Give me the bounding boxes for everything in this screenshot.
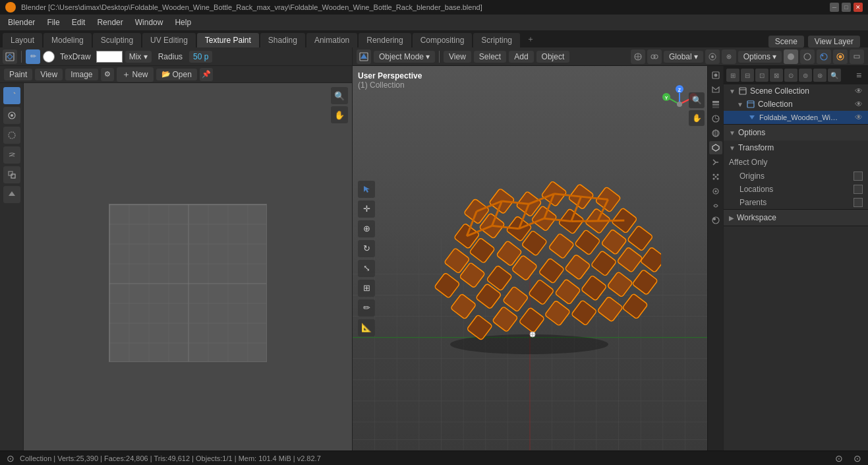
tab-layout[interactable]: Layout <box>3 33 42 47</box>
object-menu-btn[interactable]: Object <box>536 51 570 63</box>
rotate-tool-icon[interactable]: ↻ <box>358 240 375 257</box>
editor-mode-icon[interactable] <box>3 49 17 64</box>
constraints-props-icon[interactable] <box>709 199 722 212</box>
menu-edit[interactable]: Edit <box>67 16 91 28</box>
tab-shading[interactable]: Shading <box>260 33 305 47</box>
collection-eye-icon[interactable]: 👁 <box>855 100 863 109</box>
pin-icon[interactable]: 📌 <box>200 68 213 81</box>
props-icon-4[interactable]: ⊠ <box>770 69 783 82</box>
tab-rendering[interactable]: Rendering <box>359 33 411 47</box>
material-props-icon[interactable] <box>709 214 722 227</box>
soften-tool[interactable] <box>3 127 20 144</box>
overlay-icon[interactable] <box>647 49 662 64</box>
material-display-icon[interactable] <box>817 49 831 64</box>
foreground-color[interactable] <box>96 51 123 63</box>
rendered-icon[interactable] <box>833 49 848 64</box>
cursor-tool-icon[interactable]: ✛ <box>358 201 375 218</box>
menu-blender[interactable]: Blender <box>3 16 40 28</box>
fill-tool[interactable] <box>3 107 20 124</box>
locations-checkbox[interactable] <box>854 185 863 194</box>
wireframe-icon[interactable] <box>800 49 815 64</box>
menu-file[interactable]: File <box>42 16 65 28</box>
transform-header[interactable]: ▼ Transform <box>724 140 868 155</box>
props-icon-3[interactable]: ⊡ <box>755 69 768 82</box>
tab-sculpting[interactable]: Sculpting <box>93 33 141 47</box>
scene-props-icon[interactable] <box>709 112 722 125</box>
new-button[interactable]: ＋ New <box>117 67 154 82</box>
tab-texture-paint[interactable]: Texture Paint <box>197 33 259 47</box>
solid-display-icon[interactable] <box>784 49 798 64</box>
particles-props-icon[interactable] <box>709 170 722 183</box>
pan-icon[interactable]: ✋ <box>689 110 705 126</box>
measure-icon[interactable]: 📐 <box>358 319 375 336</box>
view-menu-btn[interactable]: View <box>444 51 471 63</box>
select-menu-btn[interactable]: Select <box>474 51 506 63</box>
select-tool-icon[interactable] <box>358 181 375 198</box>
statusbar-left-icon[interactable]: ⊙ <box>7 453 14 464</box>
scene-collection-item[interactable]: ▼ Scene Collection 👁 <box>724 84 868 98</box>
gizmo-icon[interactable] <box>631 49 645 64</box>
smear-tool[interactable] <box>3 146 20 164</box>
physics-props-icon[interactable] <box>709 185 722 198</box>
close-button[interactable]: ✕ <box>854 3 863 12</box>
maximize-button[interactable]: □ <box>842 3 851 12</box>
draw-tool[interactable] <box>3 87 20 104</box>
props-icon-1[interactable]: ⊞ <box>726 69 739 82</box>
uv-zoom-icon[interactable]: 🔍 <box>331 87 348 104</box>
options-section-header[interactable]: ▼ Options <box>724 125 868 140</box>
scene-eye-icon[interactable]: 👁 <box>855 86 863 96</box>
scale-tool-icon[interactable]: ⤡ <box>358 260 375 277</box>
object-eye-icon[interactable]: 👁 <box>855 113 863 122</box>
output-props-icon[interactable] <box>709 83 722 96</box>
world-props-icon[interactable] <box>709 127 722 140</box>
workspace-header[interactable]: ▶ Workspace <box>724 210 868 226</box>
radius-value[interactable]: 50 p <box>189 51 212 63</box>
collection-item[interactable]: ▼ Collection 👁 <box>724 98 868 111</box>
image-settings-icon[interactable]: ⚙ <box>101 68 114 81</box>
add-workspace-button[interactable]: ＋ <box>521 31 540 47</box>
annotate-icon[interactable]: ✏ <box>358 299 375 317</box>
props-icon-2[interactable]: ⊟ <box>741 69 754 82</box>
add-menu-btn[interactable]: Add <box>509 51 533 63</box>
tab-animation[interactable]: Animation <box>306 33 357 47</box>
xray-icon[interactable] <box>850 49 864 64</box>
paint-menu[interactable]: Paint <box>4 69 32 80</box>
image-menu[interactable]: Image <box>65 69 98 80</box>
menu-help[interactable]: Help <box>169 16 196 28</box>
clone-tool[interactable] <box>3 166 20 183</box>
minimize-button[interactable]: ─ <box>830 3 839 12</box>
parents-checkbox[interactable] <box>854 198 863 207</box>
blend-mode-select[interactable]: Mix ▾ <box>125 51 152 63</box>
tab-scripting[interactable]: Scripting <box>473 33 520 47</box>
object-props-icon[interactable] <box>709 141 722 154</box>
uv-pan-icon[interactable]: ✋ <box>331 106 348 123</box>
filter-icon[interactable]: ≡ <box>852 69 865 82</box>
view-layer-props-icon[interactable] <box>709 98 722 111</box>
viewport-editor-icon[interactable] <box>357 49 371 64</box>
view-layer-selector[interactable]: View Layer <box>808 36 860 47</box>
scene-selector[interactable]: Scene <box>768 36 804 47</box>
move-tool-icon[interactable]: ⊕ <box>358 220 375 237</box>
menu-render[interactable]: Render <box>92 16 128 28</box>
brush-color-picker[interactable] <box>43 51 55 63</box>
object-item[interactable]: Foldable_Wooden_Wine... 👁 <box>724 111 868 124</box>
tab-modeling[interactable]: Modeling <box>43 33 92 47</box>
modifier-props-icon[interactable] <box>709 156 722 169</box>
view-menu[interactable]: View <box>35 69 63 80</box>
transform-tool-icon[interactable]: ⊞ <box>358 280 375 297</box>
props-icon-6[interactable]: ⊚ <box>799 69 812 82</box>
statusbar-mid-icon[interactable]: ⊙ <box>835 453 843 464</box>
viewport-section[interactable]: User Perspective (1) Collection <box>353 66 707 450</box>
proportional-edit-icon[interactable] <box>722 49 736 64</box>
open-button[interactable]: 📂 Open <box>156 69 197 80</box>
brush-icon[interactable]: ✏ <box>26 49 40 64</box>
zoom-icon[interactable]: 🔍 <box>689 92 705 108</box>
tab-compositing[interactable]: Compositing <box>413 33 473 47</box>
snap-icon[interactable] <box>705 49 720 64</box>
search-icon[interactable]: 🔍 <box>828 69 841 82</box>
props-icon-7[interactable]: ⊛ <box>813 69 826 82</box>
uv-canvas-area[interactable]: 🔍 ✋ <box>24 83 352 450</box>
origins-checkbox[interactable] <box>854 171 863 181</box>
menu-window[interactable]: Window <box>130 16 169 28</box>
render-props-icon[interactable] <box>709 69 722 82</box>
